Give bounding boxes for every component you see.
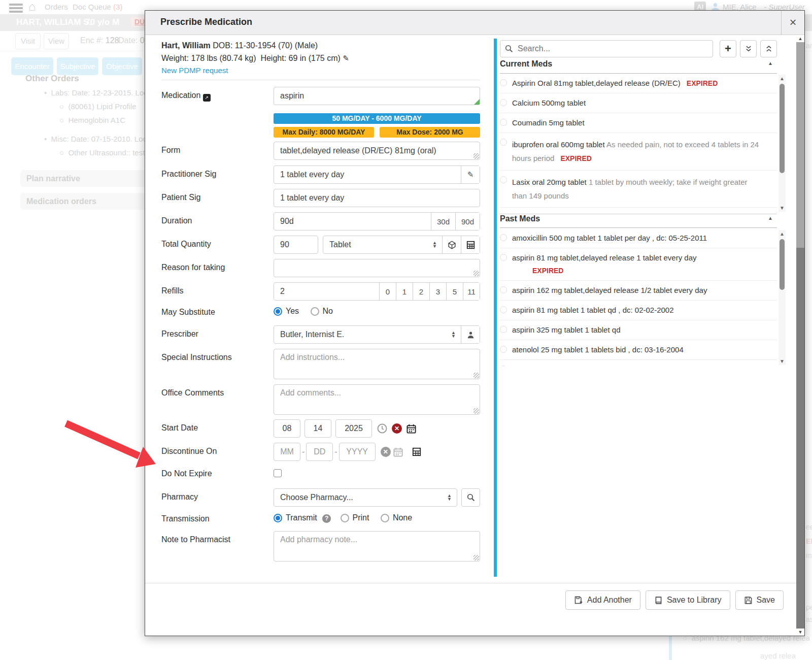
refills-quick-11[interactable]: 11	[463, 283, 480, 300]
do-not-expire-checkbox[interactable]	[274, 469, 282, 477]
transmit-radio[interactable]	[274, 514, 282, 522]
prescriber-select[interactable]: Butler, Internist E. ▲▼	[274, 326, 461, 343]
refills-quick-3[interactable]: 3	[429, 283, 446, 300]
scroll-thumb[interactable]	[780, 239, 785, 290]
transmit-help-icon[interactable]: ?	[322, 514, 331, 523]
new-pdmp-link[interactable]: New PDMP request	[161, 66, 228, 75]
patient-sig-input[interactable]	[274, 189, 480, 207]
med-radio-icon[interactable]	[500, 254, 507, 261]
quantity-calculator-button[interactable]	[461, 236, 480, 253]
reason-input[interactable]	[274, 259, 480, 277]
close-icon[interactable]: ×	[781, 11, 804, 35]
duration-quick-90d[interactable]: 90d	[455, 213, 480, 230]
resize-grip[interactable]	[473, 408, 479, 414]
calendar-icon-disabled[interactable]	[393, 447, 403, 457]
med-list-item[interactable]: ibuprofen oral 600mg tablet As needed pa…	[500, 133, 777, 171]
expand-all-button[interactable]	[760, 40, 777, 57]
med-radio-icon[interactable]	[500, 286, 507, 293]
scroll-up-icon[interactable]: ▲	[779, 231, 786, 237]
duration-input[interactable]	[274, 213, 431, 230]
med-radio-icon[interactable]	[500, 346, 507, 353]
refills-quick-1[interactable]: 1	[396, 283, 413, 300]
special-instructions-textarea[interactable]	[274, 349, 480, 379]
resize-grip[interactable]	[473, 271, 479, 276]
substitute-yes-radio[interactable]	[274, 307, 282, 316]
office-comments-textarea[interactable]	[274, 384, 480, 415]
dispense-unit-button[interactable]	[442, 236, 461, 253]
save-button[interactable]: Save	[735, 590, 784, 610]
med-radio-icon[interactable]	[500, 306, 507, 313]
scroll-down-icon[interactable]: ▼	[779, 205, 786, 211]
med-list-item[interactable]: aspirin 81 mg tablet 1 tablet qd , dc: 0…	[500, 301, 777, 320]
refills-quick-0[interactable]: 0	[379, 283, 396, 300]
med-list-item[interactable]: Coumadin 5mg tablet	[500, 113, 777, 133]
med-list-item[interactable]: atenolol 25 mg tablet 1 tablets bid , dc…	[500, 340, 777, 360]
collapse-triangle-icon[interactable]: ▲	[768, 60, 773, 66]
total-quantity-input[interactable]	[274, 236, 318, 254]
form-input[interactable]	[274, 142, 480, 160]
med-radio-icon[interactable]	[500, 119, 507, 126]
duration-quick-30d[interactable]: 30d	[431, 213, 455, 230]
pharmacy-note-textarea[interactable]	[274, 531, 480, 562]
add-med-button[interactable]: +	[720, 40, 736, 57]
add-another-button[interactable]: Add Another	[565, 590, 640, 610]
duration-calculator-icon[interactable]	[412, 447, 421, 456]
edit-sig-button[interactable]: ✎	[461, 166, 480, 183]
modal-scrollbar[interactable]: ▲ ▼	[796, 35, 804, 636]
none-radio[interactable]	[381, 514, 389, 522]
med-list-item[interactable]: aspirin 325 mg tablet 1 tablet qd	[500, 320, 777, 340]
scroll-down-icon[interactable]: ▼	[779, 358, 786, 364]
pharmacy-select[interactable]: Choose Pharmacy... ▲▼	[274, 488, 457, 507]
clear-discontinue-icon[interactable]: ✕	[381, 447, 391, 457]
med-list-item[interactable]: aspirin 162 mg tablet,delayed release 1/…	[500, 281, 777, 301]
scroll-thumb[interactable]	[780, 84, 785, 173]
refills-input[interactable]	[274, 283, 379, 300]
medication-input[interactable]	[274, 87, 480, 105]
med-radio-icon[interactable]	[500, 366, 507, 366]
med-list-item[interactable]: Aspirin Oral 81mg tablet,delayed release…	[500, 74, 777, 93]
save-to-library-button[interactable]: Save to Library	[646, 590, 730, 610]
discontinue-year-input[interactable]	[339, 443, 376, 461]
refills-quick-5[interactable]: 5	[446, 283, 463, 300]
scroll-up-icon[interactable]: ▲	[779, 76, 786, 81]
prescriber-lookup-button[interactable]	[461, 326, 480, 343]
modal-scroll-down-icon[interactable]: ▼	[796, 629, 804, 636]
meds-search-input[interactable]	[500, 40, 713, 57]
start-day-input[interactable]	[304, 419, 331, 438]
start-month-input[interactable]	[274, 419, 300, 438]
clear-start-date-icon[interactable]: ✕	[392, 423, 402, 434]
practitioner-sig-input[interactable]	[274, 166, 461, 183]
substitute-no-radio[interactable]	[311, 307, 319, 316]
clock-icon[interactable]	[377, 423, 387, 434]
start-year-input[interactable]	[335, 419, 372, 438]
med-list-item[interactable]: aspirin 81 mg tablet,delayed release 1 t…	[500, 248, 777, 281]
current-meds-header[interactable]: Current Meds▲	[500, 59, 777, 74]
med-list-item[interactable]: amoxicillin tablet 250mg 1 tablet tid	[500, 360, 777, 366]
resize-grip[interactable]	[473, 555, 479, 560]
past-meds-scrollbar[interactable]: ▲ ▼	[779, 230, 786, 365]
past-meds-header[interactable]: Past Meds▲	[500, 214, 777, 228]
med-radio-icon[interactable]	[500, 99, 507, 106]
discontinue-day-input[interactable]	[306, 443, 333, 461]
med-list-item[interactable]: Calcium 500mg tablet	[500, 93, 777, 113]
med-list-item[interactable]: Lasix oral 20mg tablet 1 tablet by mouth…	[500, 171, 777, 208]
calendar-icon[interactable]	[407, 424, 416, 434]
med-list-item[interactable]: amoxicillin 500 mg tablet 1 tablet per d…	[500, 228, 777, 248]
collapse-all-button[interactable]	[740, 40, 757, 57]
quantity-unit-select[interactable]: Tablet ▲▼	[323, 236, 442, 253]
med-radio-icon[interactable]	[500, 139, 507, 146]
med-radio-icon[interactable]	[500, 176, 507, 183]
resize-grip[interactable]	[473, 153, 479, 159]
discontinue-month-input[interactable]	[274, 443, 300, 461]
external-link-icon[interactable]: ↗	[203, 94, 211, 102]
print-radio[interactable]	[341, 514, 349, 522]
current-meds-scrollbar[interactable]: ▲ ▼	[779, 75, 786, 212]
edit-metrics-pencil-icon[interactable]: ✎	[343, 54, 349, 62]
med-radio-icon[interactable]	[500, 234, 507, 241]
med-radio-icon[interactable]	[500, 79, 507, 86]
med-list-item[interactable]: Lisinopril 10mg tabletEXPIRED	[500, 208, 777, 213]
collapse-triangle-icon[interactable]: ▲	[768, 215, 773, 221]
refills-quick-2[interactable]: 2	[413, 283, 429, 300]
modal-scroll-thumb[interactable]	[796, 42, 804, 248]
pharmacy-search-button[interactable]	[461, 488, 480, 507]
